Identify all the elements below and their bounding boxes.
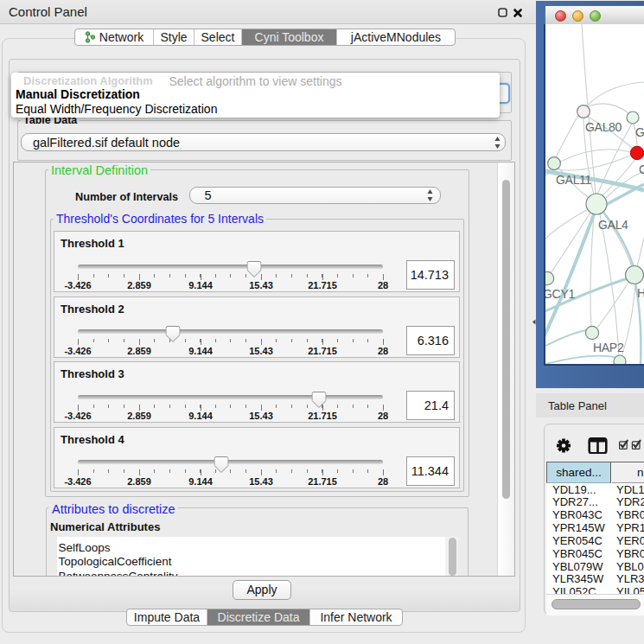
svg-text:H: H (637, 286, 644, 300)
svg-text:GAL80: GAL80 (585, 120, 622, 134)
svg-text:G..: G.. (635, 125, 644, 139)
svg-text:GAL11: GAL11 (556, 173, 592, 187)
svg-text:GCY1: GCY1 (545, 287, 575, 301)
svg-text:C: C (639, 163, 644, 176)
svg-text:HAP2: HAP2 (593, 341, 624, 354)
svg-text:GAL4: GAL4 (598, 218, 628, 232)
